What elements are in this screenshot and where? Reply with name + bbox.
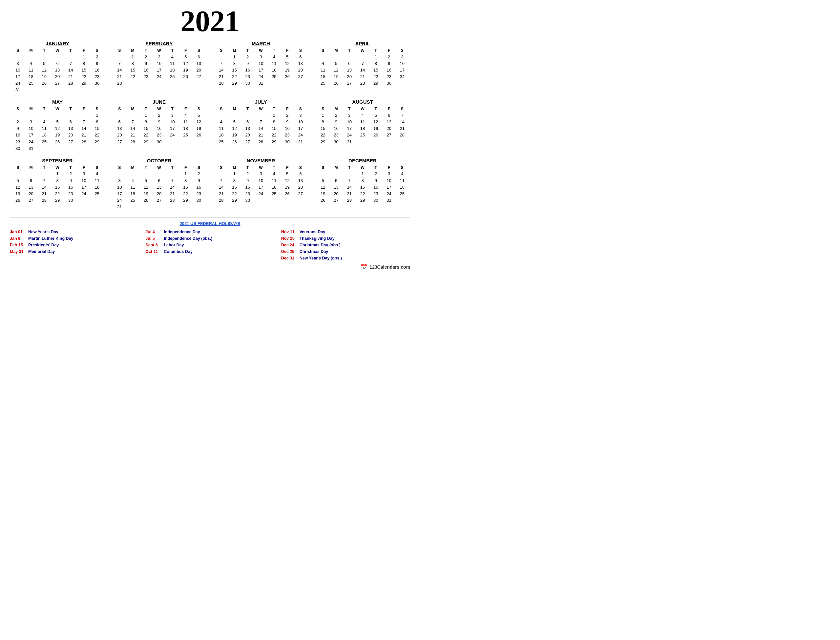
day-cell: 10 (77, 178, 90, 184)
day-cell: 15 (356, 184, 369, 190)
day-cell: 19 (139, 190, 153, 197)
day-cell (396, 139, 409, 145)
day-cell: 1 (179, 171, 192, 177)
day-cell: 9 (153, 119, 166, 125)
day-cell: 25 (38, 139, 51, 145)
holiday-item: Jan 8Martin Luther King Day (10, 235, 139, 242)
day-cell (153, 204, 166, 210)
day-header: S (11, 165, 24, 171)
day-cell: 16 (153, 125, 166, 132)
day-cell: 5 (330, 60, 342, 67)
day-cell: 15 (77, 67, 90, 74)
day-cell: 13 (192, 60, 205, 67)
day-header: S (294, 48, 307, 54)
day-cell: 15 (139, 125, 153, 132)
holiday-date: May 31 (10, 248, 26, 255)
day-cell: 7 (396, 112, 409, 119)
day-cell: 15 (51, 184, 64, 190)
day-cell: 23 (241, 74, 254, 80)
day-cell: 23 (91, 74, 104, 80)
holiday-name: Presidents' Day (28, 242, 59, 248)
day-cell: 20 (113, 132, 126, 138)
day-cell: 13 (294, 178, 307, 184)
day-cell (51, 112, 64, 119)
day-header: M (126, 48, 139, 54)
month-grid: SMTWTFS123456789101112131415161718192021… (11, 165, 104, 204)
day-header: W (51, 165, 64, 171)
day-header: W (356, 106, 369, 112)
day-cell: 16 (241, 184, 254, 190)
day-cell (91, 86, 104, 93)
day-cell: 28 (126, 139, 139, 145)
month-name: MARCH (214, 41, 307, 46)
day-cell: 20 (153, 190, 166, 197)
day-cell: 8 (356, 178, 369, 184)
day-header: F (382, 48, 395, 54)
day-cell: 30 (382, 80, 395, 86)
day-cell: 23 (11, 139, 24, 145)
day-cell: 25 (91, 190, 104, 197)
day-cell: 7 (254, 119, 267, 125)
day-cell: 25 (214, 139, 228, 145)
day-cell: 2 (64, 171, 77, 177)
month-block-december: DECEMBERSMTWTFS1234567891011121314151617… (315, 157, 410, 211)
day-cell: 22 (369, 74, 382, 80)
day-header: S (316, 106, 330, 112)
day-cell: 27 (294, 74, 307, 80)
day-header: T (343, 106, 356, 112)
day-cell: 23 (192, 190, 205, 197)
day-cell: 26 (316, 197, 330, 204)
day-cell: 18 (38, 132, 51, 138)
day-cell: 23 (280, 132, 294, 138)
day-cell: 6 (24, 178, 37, 184)
day-header: S (316, 48, 330, 54)
day-cell: 19 (280, 67, 294, 74)
day-cell: 26 (139, 197, 153, 204)
month-block-august: AUGUSTSMTWTFS123456789101112131415161718… (315, 98, 410, 153)
day-header: S (294, 165, 307, 171)
day-cell: 29 (91, 139, 104, 145)
day-header: S (214, 48, 228, 54)
holiday-name: Thanksgiving Day (299, 235, 335, 242)
day-cell (51, 145, 64, 152)
day-cell (396, 197, 409, 204)
day-header: T (267, 165, 280, 171)
day-cell: 13 (24, 184, 37, 190)
month-name: NOVEMBER (214, 158, 307, 163)
day-cell: 22 (51, 190, 64, 197)
day-cell: 12 (139, 184, 153, 190)
day-header: F (280, 165, 294, 171)
holiday-date: Nov 25 (281, 235, 297, 242)
day-cell (126, 80, 139, 86)
holiday-name: Veterans Day (299, 229, 325, 235)
day-header: T (139, 165, 153, 171)
month-name: MAY (11, 99, 104, 105)
day-cell: 15 (316, 125, 330, 132)
day-header: T (38, 165, 51, 171)
day-cell: 8 (316, 119, 330, 125)
month-block-october: OCTOBERSMTWTFS12345678910111213141516171… (112, 157, 207, 211)
day-cell: 19 (192, 125, 205, 132)
day-cell: 19 (369, 125, 382, 132)
day-cell: 27 (343, 80, 356, 86)
day-cell: 14 (214, 67, 228, 74)
day-cell: 19 (228, 132, 241, 138)
day-header: F (77, 165, 90, 171)
day-header: W (153, 106, 166, 112)
day-cell: 24 (113, 197, 126, 204)
day-cell: 22 (91, 132, 104, 138)
month-grid: SMTWTFS123456789101112131415161718192021… (11, 48, 104, 93)
day-cell: 13 (294, 60, 307, 67)
day-cell: 7 (126, 119, 139, 125)
day-cell: 31 (113, 204, 126, 210)
day-header: S (113, 165, 126, 171)
day-cell: 2 (91, 54, 104, 60)
day-cell: 31 (294, 139, 307, 145)
day-cell: 24 (294, 132, 307, 138)
day-cell: 5 (11, 178, 24, 184)
day-cell (356, 139, 369, 145)
day-cell: 9 (64, 178, 77, 184)
day-cell: 3 (77, 171, 90, 177)
day-header: T (343, 165, 356, 171)
day-header: S (113, 48, 126, 54)
